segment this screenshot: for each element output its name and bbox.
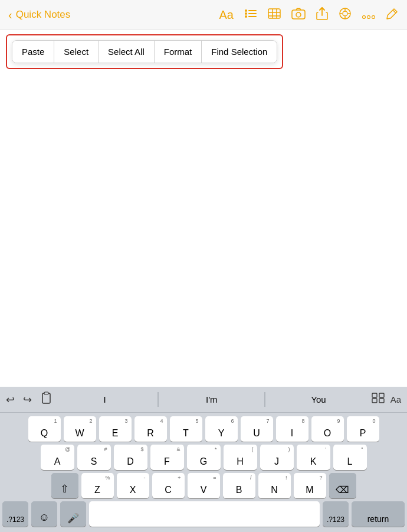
font-icon[interactable]: Aa bbox=[219, 9, 234, 21]
redo-icon[interactable]: ↪ bbox=[23, 393, 32, 406]
key-y[interactable]: 6 Y bbox=[205, 416, 238, 442]
svg-point-21 bbox=[372, 15, 375, 18]
key-q[interactable]: 1 Q bbox=[28, 416, 61, 442]
select-button[interactable]: Select bbox=[54, 41, 99, 63]
key-w[interactable]: 2 W bbox=[64, 416, 96, 442]
key-p[interactable]: 0 P bbox=[347, 416, 379, 442]
autocorrect-words: I I'm You bbox=[52, 392, 372, 407]
nav-title[interactable]: Quick Notes bbox=[16, 9, 71, 21]
find-selection-button[interactable]: Find Selection bbox=[202, 41, 277, 63]
note-area[interactable] bbox=[0, 74, 407, 345]
key-x[interactable]: - X bbox=[117, 473, 149, 498]
key-d[interactable]: $ D bbox=[114, 445, 147, 470]
key-k[interactable]: ' K bbox=[297, 445, 330, 470]
shift-key[interactable]: ⇧ bbox=[51, 473, 78, 498]
autocorrect-left: ↩ ↪ bbox=[6, 391, 52, 407]
paste-icon[interactable] bbox=[40, 391, 52, 407]
space-key[interactable] bbox=[89, 501, 320, 527]
back-icon[interactable]: ‹ bbox=[8, 9, 12, 21]
mic-key[interactable]: 🎤 bbox=[60, 501, 86, 527]
key-b[interactable]: / B bbox=[223, 473, 255, 498]
format-button[interactable]: Format bbox=[155, 41, 202, 63]
key-i[interactable]: 8 I bbox=[276, 416, 308, 442]
key-row-2: @ A # S $ D & F * G ( H bbox=[2, 445, 405, 470]
key-row-1: 1 Q 2 W 3 E 4 R 5 T 6 Y bbox=[2, 416, 405, 442]
keyboard-rows: 1 Q 2 W 3 E 4 R 5 T 6 Y bbox=[0, 413, 407, 532]
svg-rect-27 bbox=[372, 399, 377, 403]
svg-rect-28 bbox=[379, 399, 384, 403]
ac-word-i[interactable]: I bbox=[52, 392, 158, 407]
table-icon[interactable] bbox=[268, 8, 281, 21]
key-z[interactable]: % Z bbox=[81, 473, 114, 498]
key-e[interactable]: 3 E bbox=[99, 416, 132, 442]
svg-point-0 bbox=[245, 9, 247, 12]
share-icon[interactable] bbox=[316, 7, 328, 22]
svg-rect-4 bbox=[248, 13, 257, 14]
nav-left: ‹ Quick Notes bbox=[8, 9, 70, 21]
autocorrect-right: Aa bbox=[372, 393, 401, 406]
compose-icon[interactable] bbox=[386, 7, 399, 22]
svg-rect-25 bbox=[372, 393, 377, 397]
key-row-3: ⇧ % Z - X + C = V / B ! bbox=[2, 473, 405, 498]
key-m[interactable]: ? M bbox=[294, 473, 326, 498]
context-menu: Paste Select Select All Format Find Sele… bbox=[12, 40, 277, 63]
key-h[interactable]: ( H bbox=[224, 445, 257, 470]
svg-rect-6 bbox=[268, 9, 280, 18]
key-f[interactable]: & F bbox=[150, 445, 184, 470]
svg-rect-3 bbox=[248, 10, 257, 11]
delete-key[interactable]: ⌫ bbox=[329, 473, 356, 498]
svg-rect-5 bbox=[248, 16, 257, 17]
nav-bar: ‹ Quick Notes Aa bbox=[0, 0, 407, 30]
svg-point-19 bbox=[363, 15, 366, 18]
emoji-key[interactable]: ☺ bbox=[31, 501, 57, 527]
svg-rect-24 bbox=[44, 392, 48, 394]
svg-point-1 bbox=[245, 12, 247, 15]
key-j[interactable]: ) J bbox=[260, 445, 294, 470]
keyboard-area: ↩ ↪ I I'm You Aa bbox=[0, 387, 407, 532]
svg-point-20 bbox=[367, 15, 370, 18]
paste-button[interactable]: Paste bbox=[12, 41, 54, 63]
ac-word-im[interactable]: I'm bbox=[158, 392, 265, 407]
context-menu-highlight: Paste Select Select All Format Find Sele… bbox=[6, 34, 283, 69]
key-t[interactable]: 5 T bbox=[170, 416, 202, 442]
svg-point-12 bbox=[296, 12, 301, 17]
nav-right: Aa bbox=[219, 7, 399, 22]
key-n[interactable]: ! N bbox=[258, 473, 291, 498]
key-c[interactable]: + C bbox=[152, 473, 185, 498]
svg-point-2 bbox=[245, 15, 247, 18]
keyboard-grid-icon[interactable] bbox=[372, 393, 385, 406]
key-v[interactable]: = V bbox=[188, 473, 220, 498]
key-r[interactable]: 4 R bbox=[134, 416, 167, 442]
key-g[interactable]: * G bbox=[187, 445, 221, 470]
key-s[interactable]: # S bbox=[77, 445, 111, 470]
more-icon[interactable] bbox=[362, 9, 375, 21]
num-key-left[interactable]: .?123 bbox=[2, 501, 28, 527]
camera-icon[interactable] bbox=[291, 8, 306, 21]
pin-icon[interactable] bbox=[339, 7, 352, 22]
list-icon[interactable] bbox=[244, 8, 257, 21]
select-all-button[interactable]: Select All bbox=[99, 41, 155, 63]
return-key[interactable]: return bbox=[352, 501, 405, 527]
key-u[interactable]: 7 U bbox=[241, 416, 273, 442]
autocorrect-bar: ↩ ↪ I I'm You Aa bbox=[0, 387, 407, 413]
ac-word-you[interactable]: You bbox=[265, 392, 371, 407]
context-menu-container: Paste Select Select All Format Find Sele… bbox=[0, 30, 407, 74]
key-a[interactable]: @ A bbox=[41, 445, 74, 470]
num-key-right[interactable]: .?123 bbox=[323, 501, 349, 527]
key-row-4: .?123 ☺ 🎤 .?123 return bbox=[2, 501, 405, 527]
svg-point-14 bbox=[343, 11, 347, 16]
svg-rect-26 bbox=[379, 393, 384, 397]
font-size-icon[interactable]: Aa bbox=[390, 394, 401, 404]
undo-icon[interactable]: ↩ bbox=[6, 393, 15, 406]
key-o[interactable]: 9 O bbox=[311, 416, 344, 442]
key-l[interactable]: " L bbox=[333, 445, 367, 470]
